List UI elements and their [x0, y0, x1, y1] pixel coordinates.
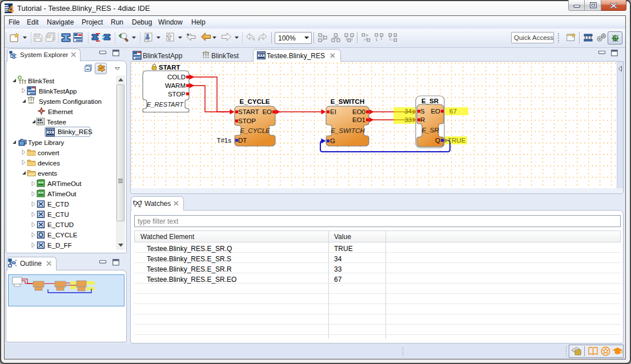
- svg-text:T#1s: T#1s: [216, 137, 231, 144]
- svg-text:EO0: EO0: [352, 108, 365, 115]
- svg-text:WARM: WARM: [165, 82, 186, 89]
- svg-text:G: G: [330, 137, 335, 144]
- svg-text:EI: EI: [330, 108, 336, 115]
- svg-text:E_CYCLE: E_CYCLE: [239, 98, 270, 105]
- svg-text:EO1: EO1: [352, 116, 365, 123]
- svg-text:R: R: [420, 116, 425, 123]
- svg-text:E_CYCLE: E_CYCLE: [240, 127, 270, 134]
- svg-text:33: 33: [404, 116, 412, 123]
- svg-text:START: START: [159, 64, 180, 71]
- svg-text:COLD: COLD: [167, 74, 186, 80]
- svg-text:34: 34: [404, 108, 412, 115]
- svg-text:STOP: STOP: [168, 91, 186, 98]
- svg-text:EO: EO: [262, 108, 272, 115]
- svg-text:4: 4: [8, 3, 14, 15]
- svg-text:EO: EO: [431, 108, 440, 115]
- svg-text:E_SWITCH: E_SWITCH: [331, 98, 364, 105]
- svg-text:E_RESTART: E_RESTART: [147, 101, 184, 108]
- svg-text:TRUE: TRUE: [448, 137, 466, 144]
- svg-text:DT: DT: [238, 137, 247, 144]
- svg-text:S: S: [420, 108, 425, 115]
- svg-text:E_SR: E_SR: [421, 98, 439, 104]
- svg-text:START: START: [238, 108, 259, 115]
- svg-text:E_SWITCH: E_SWITCH: [331, 127, 365, 134]
- svg-text:E_SR: E_SR: [421, 127, 439, 134]
- svg-text:67: 67: [449, 108, 457, 115]
- svg-text:STOP: STOP: [238, 118, 256, 124]
- svg-text:Q: Q: [435, 137, 440, 144]
